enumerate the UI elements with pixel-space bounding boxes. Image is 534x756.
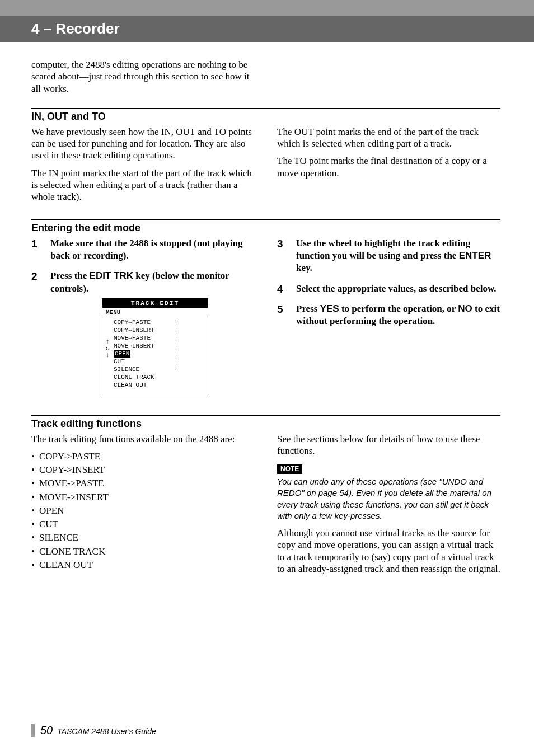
list-item: OPEN [31, 505, 255, 516]
lcd-item: CLEAN OUT [114, 381, 205, 389]
heading-in-out-to: IN, OUT and TO [31, 111, 500, 123]
trackfn-columns: The track editing functions available on… [31, 433, 500, 581]
heading-edit-mode: Entering the edit mode [31, 222, 500, 234]
lcd-item: MOVE→INSERT [114, 342, 205, 350]
editmode-left-col: Make sure that the 2488 is stopped (not … [31, 237, 255, 403]
list-item: CLEAN OUT [31, 559, 255, 571]
lcd-body: ↑↻↓ COPY→PASTE COPY→INSERT MOVE→PASTE MO… [102, 317, 208, 396]
editmode-columns: Make sure that the 2488 is stopped (not … [31, 237, 500, 403]
guide-text: TASCAM 2488 User's Guide [55, 727, 156, 736]
list-item: CLONE TRACK [31, 546, 255, 557]
yes-key: YES [320, 303, 339, 314]
step-2: Press the EDIT TRK key (below the monito… [31, 270, 255, 396]
step3-after: key. [296, 262, 312, 273]
trackfn-right-col: See the sections below for details of ho… [277, 433, 500, 581]
step-4: Select the appropriate values, as descri… [277, 283, 500, 295]
inout-left-col: We have previously seen how the IN, OUT … [31, 126, 255, 209]
no-key: NO [458, 303, 472, 314]
lcd-item: COPY→PASTE [114, 318, 205, 326]
section-title: 4 – Recorder [31, 20, 523, 37]
note-badge: NOTE [277, 464, 302, 474]
steps-right: Use the wheel to highlight the track edi… [277, 237, 500, 327]
list-item: SILENCE [31, 532, 255, 543]
inout-right-p1: The OUT point marks the end of the part … [277, 126, 500, 150]
lcd-scroll-arrows: ↑↻↓ [104, 339, 111, 359]
list-item: MOVE->INSERT [31, 491, 255, 503]
list-item: COPY->PASTE [31, 450, 255, 462]
trackfn-left-col: The track editing functions available on… [31, 433, 255, 581]
trackfn-left-intro: The track editing functions available on… [31, 433, 255, 445]
steps-left: Make sure that the 2488 is stopped (not … [31, 237, 255, 396]
section-header-bar: 4 – Recorder [0, 16, 534, 42]
trackfn-bullet-list: COPY->PASTE COPY->INSERT MOVE->PASTE MOV… [31, 450, 255, 571]
lcd-menu-label: MENU [102, 308, 208, 317]
step-1: Make sure that the 2488 is stopped (not … [31, 237, 255, 262]
step3-before: Use the wheel to highlight the track edi… [296, 238, 470, 261]
lcd-item: COPY→INSERT [114, 326, 205, 334]
rule [31, 219, 500, 220]
rule [31, 415, 500, 416]
note-text: You can undo any of these operations (se… [277, 476, 500, 522]
lcd-item: SILENCE [114, 365, 205, 373]
lcd-divider [175, 320, 175, 370]
intro-paragraph: computer, the 2488's editing operations … [31, 59, 255, 95]
trackfn-right-intro: See the sections below for details of ho… [277, 433, 500, 457]
inout-left-p1: We have previously seen how the IN, OUT … [31, 126, 255, 162]
inout-right-p2: The TO point marks the final destination… [277, 155, 500, 179]
list-item: COPY->INSERT [31, 464, 255, 476]
page-content: computer, the 2488's editing operations … [0, 59, 534, 580]
lcd-title: TRACK EDIT [102, 299, 208, 308]
enter-key: ENTER [459, 250, 491, 261]
step5-before: Press [296, 303, 320, 314]
rule [31, 108, 500, 109]
editmode-right-col: Use the wheel to highlight the track edi… [277, 237, 500, 403]
list-item: CUT [31, 518, 255, 530]
lcd-items: COPY→PASTE COPY→INSERT MOVE→PASTE MOVE→I… [114, 318, 205, 389]
top-gray-bar [0, 0, 534, 16]
list-item: MOVE->PASTE [31, 477, 255, 489]
heading-track-editing: Track editing functions [31, 418, 500, 430]
page-number: 50 [40, 724, 53, 736]
lcd-screen: TRACK EDIT MENU ↑↻↓ COPY→PASTE COPY→INSE… [102, 298, 208, 396]
step5-mid: to perform the operation, or [339, 303, 458, 314]
step-5: Press YES to perform the operation, or N… [277, 303, 500, 327]
lcd-item: CUT [114, 358, 205, 365]
page-footer: 50 TASCAM 2488 User's Guide [31, 724, 156, 737]
lcd-item: MOVE→PASTE [114, 334, 205, 342]
inout-left-p2: The IN point marks the start of the part… [31, 167, 255, 203]
step-3: Use the wheel to highlight the track edi… [277, 237, 500, 274]
lcd-item-selected: OPEN [114, 350, 130, 358]
inout-columns: We have previously seen how the IN, OUT … [31, 126, 500, 209]
step2-before: Press the [50, 270, 90, 281]
inout-right-col: The OUT point marks the end of the part … [277, 126, 500, 209]
lcd-item: CLONE TRACK [114, 373, 205, 381]
trackfn-right-p2: Although you cannot use virtual tracks a… [277, 527, 500, 575]
edit-trk-key: EDIT TRK [90, 270, 133, 281]
